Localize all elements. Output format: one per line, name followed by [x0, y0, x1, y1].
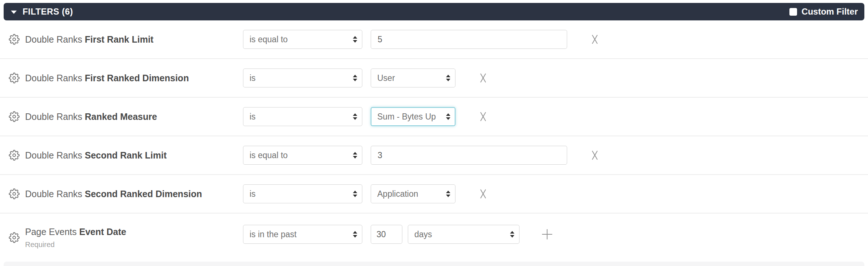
add-filter-icon[interactable]: [541, 228, 554, 241]
gear-icon[interactable]: [9, 34, 20, 45]
filter-label: Double Ranks Second Rank Limit: [9, 150, 167, 161]
filter-label: Double Ranks First Rank Limit: [9, 34, 154, 45]
filter-value-select[interactable]: Application: [371, 184, 455, 203]
operator-select-value: is: [250, 189, 349, 199]
filter-label: Page Events Event Date Required: [9, 227, 126, 249]
filter-controls: is equal to: [243, 30, 601, 49]
operator-select-value: is equal to: [250, 35, 349, 44]
time-unit-select-value: days: [414, 230, 506, 239]
filter-row-second-ranked-dimension: Double Ranks Second Ranked Dimension is …: [0, 175, 868, 214]
filter-group-name: Double Ranks: [25, 34, 82, 44]
filter-field-bold: Second Ranked Dimension: [85, 189, 202, 199]
filter-controls: is User: [243, 69, 490, 87]
filter-label: Double Ranks First Ranked Dimension: [9, 73, 189, 83]
filter-field-bold: Ranked Measure: [85, 112, 157, 122]
up-down-arrows-icon: [446, 75, 450, 81]
filter-field-bold: First Ranked Dimension: [85, 73, 189, 83]
remove-filter-icon[interactable]: [477, 71, 490, 85]
operator-select[interactable]: is: [243, 69, 362, 87]
filter-field-name: Double Ranks First Ranked Dimension: [25, 73, 189, 83]
filter-field-bold: Second Rank Limit: [85, 150, 167, 160]
filter-field-name: Double Ranks Ranked Measure: [25, 112, 157, 122]
up-down-arrows-icon: [353, 75, 357, 81]
up-down-arrows-icon: [353, 231, 357, 238]
filter-value-input[interactable]: [371, 146, 567, 165]
custom-filter-checkbox[interactable]: [789, 8, 797, 16]
filters-title: FILTERS (6): [23, 7, 73, 17]
remove-filter-icon[interactable]: [477, 187, 490, 201]
next-section-strip: [4, 262, 864, 266]
filter-controls: is Application: [243, 184, 490, 203]
filter-group-name: Double Ranks: [25, 150, 82, 160]
gear-icon[interactable]: [9, 188, 20, 199]
gear-icon[interactable]: [9, 73, 20, 83]
custom-filter-toggle[interactable]: Custom Filter: [789, 7, 858, 17]
filter-row-ranked-measure: Double Ranks Ranked Measure is Sum - Byt…: [0, 98, 868, 136]
filters-header-left[interactable]: FILTERS (6): [11, 7, 73, 17]
operator-select[interactable]: is: [243, 184, 362, 203]
remove-filter-icon[interactable]: [477, 109, 490, 124]
filter-row-event-date: Page Events Event Date Required is in th…: [0, 214, 868, 262]
filter-group-name: Double Ranks: [25, 112, 82, 122]
operator-select[interactable]: is equal to: [243, 30, 362, 49]
up-down-arrows-icon: [510, 231, 514, 238]
filter-value-select[interactable]: User: [371, 69, 455, 87]
filter-controls: is Sum - Bytes Up: [243, 107, 490, 126]
filter-field-name: Double Ranks Second Rank Limit: [25, 150, 167, 161]
up-down-arrows-icon: [353, 113, 357, 120]
operator-select-value: is in the past: [250, 230, 349, 239]
gear-icon[interactable]: [9, 111, 20, 122]
operator-select-value: is: [250, 73, 349, 83]
filter-value-select-value: User: [377, 73, 442, 83]
filter-field-name: Double Ranks Second Ranked Dimension: [25, 189, 202, 199]
filter-label: Double Ranks Ranked Measure: [9, 111, 157, 122]
filter-row-first-rank-limit: Double Ranks First Rank Limit is equal t…: [0, 20, 868, 59]
filter-group-name: Page Events: [25, 227, 77, 237]
filter-label: Double Ranks Second Ranked Dimension: [9, 188, 202, 199]
remove-filter-icon[interactable]: [588, 148, 601, 163]
up-down-arrows-icon: [353, 191, 357, 197]
filter-value-select-focused[interactable]: Sum - Bytes Up: [371, 107, 455, 126]
filters-header-bar: FILTERS (6) Custom Filter: [4, 3, 864, 20]
filter-group-name: Double Ranks: [25, 189, 82, 199]
up-down-arrows-icon: [446, 113, 450, 120]
gear-icon[interactable]: [9, 150, 20, 161]
filter-group-name: Double Ranks: [25, 73, 82, 83]
remove-filter-icon[interactable]: [588, 32, 601, 47]
operator-select[interactable]: is equal to: [243, 146, 362, 165]
up-down-arrows-icon: [353, 36, 357, 43]
gear-icon[interactable]: [9, 232, 20, 243]
up-down-arrows-icon: [353, 152, 357, 159]
required-note: Required: [25, 240, 126, 249]
filter-value-select-value: Application: [377, 189, 442, 199]
time-unit-select[interactable]: days: [408, 225, 519, 244]
filter-field-bold: First Rank Limit: [85, 34, 154, 44]
filter-value-input[interactable]: [371, 30, 567, 49]
filter-rows: Double Ranks First Rank Limit is equal t…: [0, 20, 868, 262]
filters-panel: FILTERS (6) Custom Filter Double Ranks F…: [0, 0, 868, 266]
filter-row-second-rank-limit: Double Ranks Second Rank Limit is equal …: [0, 136, 868, 175]
operator-select-value: is: [250, 112, 349, 122]
filter-row-first-ranked-dimension: Double Ranks First Ranked Dimension is U…: [0, 59, 868, 98]
filter-field-bold: Event Date: [79, 227, 126, 237]
filter-controls: is equal to: [243, 146, 601, 165]
up-down-arrows-icon: [446, 191, 450, 197]
operator-select[interactable]: is: [243, 107, 362, 126]
filter-number-input[interactable]: [371, 225, 402, 244]
filter-field-name: Page Events Event Date: [25, 227, 126, 237]
filter-value-select-value: Sum - Bytes Up: [377, 112, 442, 122]
collapse-caret-icon[interactable]: [11, 11, 17, 14]
operator-select[interactable]: is in the past: [243, 225, 362, 244]
filter-field-name: Double Ranks First Rank Limit: [25, 34, 154, 45]
filter-controls: is in the past days: [243, 225, 554, 244]
custom-filter-label: Custom Filter: [801, 7, 858, 17]
operator-select-value: is equal to: [250, 150, 349, 160]
